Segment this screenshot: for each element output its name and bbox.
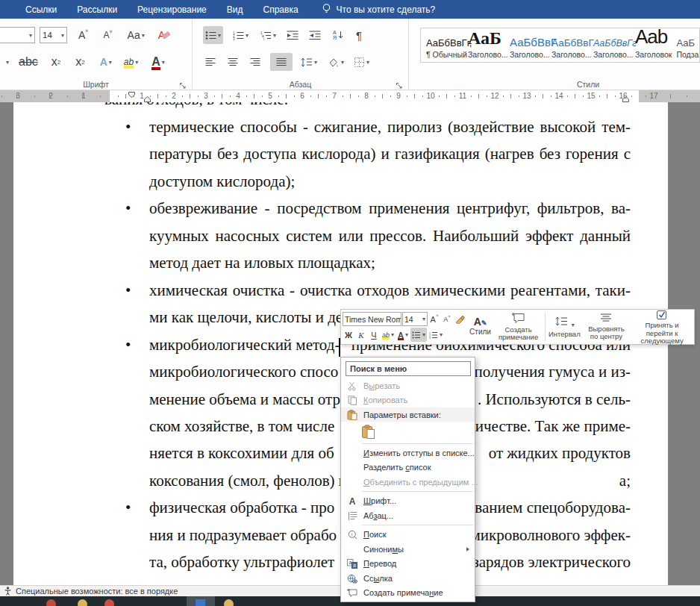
menu-item-label: Изменить отступы в списке... — [363, 449, 475, 457]
tab-links[interactable]: Ссылки — [25, 4, 57, 15]
tab-view[interactable]: Вид — [227, 4, 243, 15]
paragraph-dialog-launcher-icon[interactable] — [396, 79, 404, 88]
style-card-4[interactable]: АаБбВвГгЗаголово... — [592, 30, 632, 60]
new-comment-icon — [511, 312, 526, 326]
ruler-tick — [34, 96, 35, 97]
text-line: доступом кислорода); — [13, 172, 668, 196]
taskbar-icon-3[interactable] — [104, 599, 114, 606]
style-card-2[interactable]: АаБбВвГЗаголово... — [508, 30, 549, 60]
align-right-button[interactable] — [248, 53, 263, 71]
ruler-tick — [326, 96, 327, 97]
numbering-button[interactable]: 123 ▾ — [231, 26, 251, 44]
font-name-combo[interactable]: ▾ — [0, 27, 35, 43]
text-highlight-button[interactable]: ab ▾ — [122, 53, 140, 71]
subscript-button[interactable]: x2 — [49, 53, 63, 71]
taskbar-app-word[interactable] — [187, 596, 215, 606]
underline-split-chevron[interactable]: ▾ — [6, 59, 9, 66]
taskbar-icon-folder[interactable] — [224, 599, 234, 606]
menu-separator — [362, 525, 473, 525]
shrink-font-button[interactable]: А˅ — [101, 26, 114, 44]
list-bullet-icon: • — [125, 199, 131, 218]
mini-underline-button[interactable]: Ч — [368, 328, 380, 342]
decrease-indent-button[interactable] — [284, 26, 301, 44]
style-card-5[interactable]: AabЗаголовок — [634, 30, 673, 60]
style-card-1[interactable]: АаБЗаголово... — [466, 30, 507, 60]
line-spacing-button[interactable]: ▾ — [299, 53, 319, 71]
accessibility-icon — [3, 586, 13, 597]
font-size-combo[interactable]: 14 ▾ — [40, 27, 67, 43]
mini-font-name-combo[interactable]: Times New Rom ▾ — [343, 312, 401, 326]
taskbar-icon-1[interactable] — [46, 599, 56, 606]
align-center-button[interactable] — [225, 53, 240, 71]
superscript-button[interactable]: x2 — [73, 53, 87, 71]
menu-item-paragraph-dialog[interactable]: Абзац... — [341, 508, 475, 523]
style-card-6[interactable]: АаБПодза... — [675, 30, 700, 60]
mini-bullets-button[interactable]: ▾ — [410, 328, 427, 342]
ruler-tick — [157, 94, 158, 99]
ribbon: ▾ 14 ▾ А˄ А˅ Aa▾ А ▾ abc x2 x2 А▾ ab ▾ — [0, 19, 700, 90]
mini-new-comment-button[interactable]: Создать примечание — [493, 310, 544, 344]
line-text-left: коксования (смол, фенолов) и — [149, 472, 347, 490]
tab-help[interactable]: Справка — [263, 4, 299, 15]
style-name: ¶ Обычный — [426, 50, 467, 59]
mini-font-size-combo[interactable]: 14 ▾ — [402, 312, 428, 326]
increase-indent-button[interactable] — [307, 26, 323, 44]
style-card-0[interactable]: АаБбВвГг,¶ Обычный — [425, 30, 465, 60]
strikethrough-button[interactable]: abc — [16, 53, 40, 71]
mini-styles-button[interactable]: А✎ Стили — [468, 310, 493, 344]
svg-text:а: а — [349, 560, 351, 565]
clear-formatting-button[interactable]: А — [156, 26, 172, 44]
menu-item-smart-lookup[interactable]: iПоиск — [341, 528, 475, 543]
cut-icon — [346, 380, 358, 392]
mini-bold-button[interactable]: Ж — [343, 328, 354, 342]
mini-font-color-button[interactable]: А ▾ — [396, 328, 410, 342]
menu-item-change-list-indents[interactable]: Изменить отступы в списке... — [341, 446, 475, 460]
mini-interval-button[interactable]: ▾ Интервал — [546, 310, 583, 344]
menu-item-separate-list[interactable]: Разделить список — [341, 460, 475, 475]
ruler-number: 15 — [587, 92, 595, 100]
menu-item-paste-keep-text[interactable] — [359, 422, 377, 440]
chevron-down-icon: ▾ — [405, 331, 408, 338]
mini-numbering-button[interactable]: 123 ▾ — [428, 328, 444, 342]
menu-item-translate[interactable]: аяПеревод — [341, 557, 475, 572]
horizontal-ruler[interactable]: 3211234567891011121314151617 — [0, 90, 700, 102]
font-color-button[interactable]: А ▾ — [149, 53, 167, 71]
menu-item-synonyms[interactable]: Синонимы — [341, 542, 475, 557]
ruler-tick — [535, 96, 536, 97]
style-card-3[interactable]: АаБбВвГЗаголово... — [550, 30, 590, 60]
line-text-left: менение объема и массы отр — [149, 390, 340, 409]
show-formatting-marks-button[interactable]: ¶ — [354, 26, 364, 44]
justify-button[interactable] — [270, 53, 293, 71]
tell-me-search[interactable]: Что вы хотите сделать? — [322, 3, 436, 16]
grow-font-button[interactable]: А˄ — [76, 26, 90, 44]
mini-accept-next-button[interactable]: Принять и перейти к следующему — [630, 310, 694, 344]
mini-grow-font-button[interactable]: А˄ — [428, 312, 440, 326]
shading-button[interactable]: ▾ — [325, 53, 346, 71]
menu-item-font-dialog[interactable]: АШрифт... — [341, 494, 475, 509]
font-dialog-launcher-icon[interactable] — [179, 79, 188, 88]
mini-format-painter-button[interactable] — [454, 312, 466, 326]
text-effects-button[interactable]: А▾ — [98, 53, 114, 71]
mini-highlight-button[interactable]: ab ▾ — [381, 328, 396, 342]
ruler-tick — [1, 96, 2, 97]
tab-mailings[interactable]: Рассылки — [77, 4, 117, 15]
taskbar-icon-2[interactable] — [78, 599, 87, 606]
line-text: вания отходов, в том числе: — [104, 102, 288, 109]
align-left-button[interactable] — [203, 53, 218, 71]
ruler-tick — [615, 96, 616, 97]
menu-item-new-comment[interactable]: Создать примечание — [341, 586, 475, 601]
borders-button[interactable]: ▾ — [352, 53, 372, 71]
change-case-button[interactable]: Aa▾ — [125, 26, 147, 44]
accessibility-status-text[interactable]: Специальные возможности: все в порядке — [16, 587, 178, 596]
bullets-button[interactable]: ▾ — [203, 26, 223, 44]
sort-button[interactable]: АЯ — [331, 26, 346, 44]
mini-shrink-font-button[interactable]: А˅ — [441, 312, 453, 326]
mini-italic-button[interactable]: К — [355, 328, 367, 342]
tab-review[interactable]: Рецензирование — [137, 4, 207, 15]
mini-align-center-button[interactable]: Выровнять по центру — [583, 310, 631, 344]
text-line: •термические способы - сжигание, пиролиз… — [13, 118, 668, 141]
multilevel-list-button[interactable]: 1ai ▾ — [258, 26, 278, 44]
menu-item-link[interactable]: Ссылка — [341, 571, 475, 586]
chevron-down-icon: ▾ — [135, 59, 138, 66]
menu-search-input[interactable] — [346, 361, 471, 376]
